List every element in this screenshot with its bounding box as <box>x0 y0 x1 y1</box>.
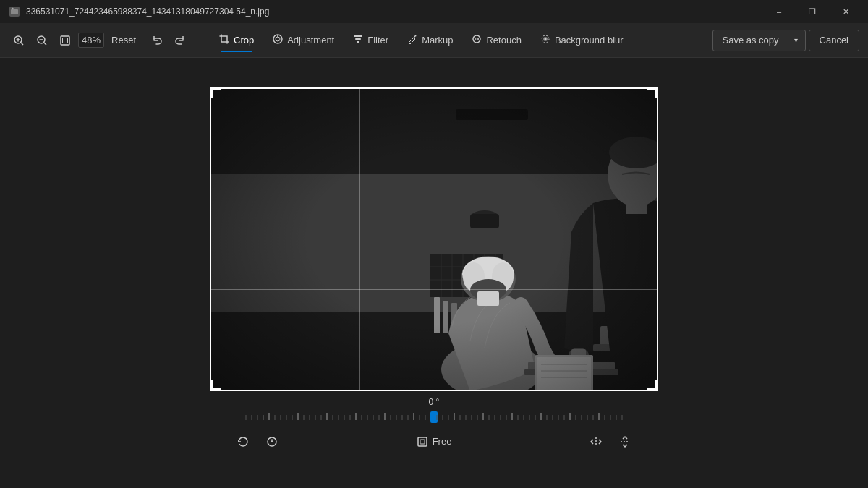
rotation-value: 0 ° <box>429 397 440 407</box>
cancel-button[interactable]: Cancel <box>809 30 859 51</box>
reset-button[interactable]: Reset <box>107 32 140 48</box>
retouch-tab-icon <box>472 34 482 46</box>
tab-markup-label: Markup <box>422 35 453 46</box>
flip-vertical-button[interactable] <box>613 430 637 453</box>
image-container <box>210 87 658 391</box>
minimize-button[interactable]: – <box>762 0 796 23</box>
svg-line-4 <box>21 42 24 45</box>
tab-retouch-label: Retouch <box>486 35 521 46</box>
svg-rect-11 <box>63 38 68 43</box>
free-aspect-button[interactable]: Free <box>409 433 459 450</box>
svg-line-18 <box>414 36 415 38</box>
straighten-button[interactable] <box>260 430 284 453</box>
title-bar-left: 336531071_724423465988374_14341318049727… <box>9 6 269 17</box>
filter-tab-icon <box>353 34 363 46</box>
undo-button[interactable] <box>148 30 168 51</box>
svg-rect-76 <box>210 87 658 391</box>
flip-horizontal-button[interactable] <box>584 430 608 453</box>
svg-point-146 <box>271 441 273 442</box>
save-as-copy-button[interactable]: Save as copy ▾ <box>712 30 805 51</box>
bottom-controls: 0 ° <box>0 391 868 459</box>
tab-adjustment-label: Adjustment <box>287 35 334 46</box>
redo-button[interactable] <box>169 30 190 51</box>
undo-redo-group <box>148 30 190 51</box>
tab-markup[interactable]: Markup <box>399 30 461 51</box>
svg-rect-16 <box>355 38 361 40</box>
markup-tab-icon <box>407 34 417 46</box>
svg-point-13 <box>276 37 280 41</box>
zoom-group: 48% Reset <box>9 30 140 51</box>
svg-point-23 <box>544 38 546 40</box>
left-action-group <box>231 430 284 453</box>
tab-background-blur[interactable]: Background blur <box>532 30 632 51</box>
svg-point-2 <box>12 8 13 9</box>
fit-frame-button[interactable] <box>55 30 75 51</box>
svg-rect-1 <box>11 9 18 14</box>
save-dropdown-arrow[interactable]: ▾ <box>788 30 805 51</box>
toolbar: 48% Reset Crop <box>0 23 868 58</box>
right-action-group <box>584 430 637 453</box>
tab-filter[interactable]: Filter <box>344 30 397 51</box>
free-label: Free <box>433 436 452 447</box>
main-canvas: 0 ° <box>0 58 868 488</box>
app-icon <box>9 6 20 17</box>
svg-line-8 <box>44 42 47 45</box>
tab-background-blur-label: Background blur <box>555 35 624 46</box>
zoom-out-button[interactable] <box>32 30 52 51</box>
title-bar: 336531071_724423465988374_14341318049727… <box>0 0 868 23</box>
zoom-value: 48% <box>78 33 104 48</box>
bottom-actions: Free <box>231 427 637 456</box>
save-as-copy-main[interactable]: Save as copy <box>713 30 787 51</box>
tab-filter-label: Filter <box>367 35 388 46</box>
tab-crop-label: Crop <box>234 35 254 46</box>
adjustment-tab-icon <box>273 34 283 46</box>
rotation-tick-row <box>239 411 629 423</box>
svg-point-19 <box>415 35 417 37</box>
tab-crop[interactable]: Crop <box>210 30 263 51</box>
tab-retouch[interactable]: Retouch <box>463 30 529 51</box>
svg-rect-10 <box>61 36 69 45</box>
svg-rect-147 <box>418 437 427 446</box>
tab-adjustment[interactable]: Adjustment <box>264 30 343 51</box>
maximize-button[interactable]: ❐ <box>796 0 829 23</box>
svg-rect-148 <box>420 440 425 444</box>
toolbar-divider <box>200 30 200 51</box>
window-controls: – ❐ ✕ <box>762 0 862 23</box>
reset-rotation-button[interactable] <box>231 430 255 453</box>
svg-rect-17 <box>357 41 359 43</box>
crop-tab-icon <box>219 34 229 46</box>
window-title: 336531071_724423465988374_14341318049727… <box>26 7 269 17</box>
save-cancel-group: Save as copy ▾ Cancel <box>712 30 859 51</box>
tab-group: Crop Adjustment Filter <box>210 30 708 51</box>
close-button[interactable]: ✕ <box>829 0 862 23</box>
svg-rect-15 <box>354 35 362 37</box>
rotation-slider-wrap <box>239 411 629 423</box>
blur-tab-icon <box>540 34 550 46</box>
crop-image[interactable] <box>210 87 658 391</box>
zoom-in-button[interactable] <box>9 30 29 51</box>
